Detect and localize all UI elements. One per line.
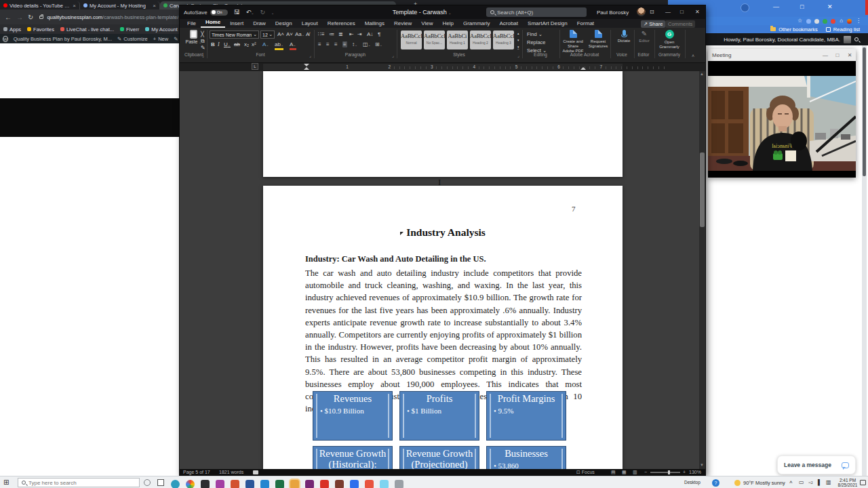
italic-icon[interactable]: I — [218, 41, 220, 47]
bookmark-item[interactable]: Fiverr — [120, 26, 139, 33]
ribbon-tab-review[interactable]: Review — [389, 20, 416, 28]
ribbon-tab-mailings[interactable]: Mailings — [360, 20, 389, 28]
reload-icon[interactable]: ↻ — [28, 14, 33, 21]
browser-profile-icon[interactable] — [741, 3, 749, 12]
smartart-box[interactable]: Revenues• $10.9 Billion — [313, 391, 393, 441]
speaker-tray-icon[interactable]: ◅ — [808, 479, 812, 485]
ribbon-tab-grammarly[interactable]: Grammarly — [458, 20, 495, 28]
right-indent-marker[interactable] — [580, 67, 586, 70]
document-page-2[interactable]: 7 Industry Analysis Industry: Car Wash a… — [263, 186, 623, 469]
word-titlebar[interactable]: AutoSave On 🖫 ↶⌄ ↻ ⌄ Template - Carwash … — [180, 5, 705, 19]
increase-indent-icon[interactable]: ⇥ — [357, 31, 362, 37]
comments-button[interactable]: Comments — [665, 20, 695, 28]
padlock-icon[interactable] — [39, 16, 43, 19]
howdy-greeting[interactable]: Howdy, Paul Borosky, Doctoral Candidate,… — [724, 37, 840, 43]
taskbar-app-icon[interactable] — [290, 480, 299, 488]
web-layout-icon[interactable]: ▥ — [633, 470, 637, 475]
forward-icon[interactable]: → — [16, 14, 23, 21]
extension-icon[interactable] — [814, 19, 819, 24]
taskbar-app-icon[interactable] — [380, 480, 389, 488]
task-view-icon[interactable] — [157, 479, 164, 486]
word-scrollbar-thumb[interactable] — [700, 152, 705, 227]
ribbon-tab-acrobat[interactable]: Acrobat — [494, 20, 523, 28]
save-icon[interactable]: 🖫 — [234, 9, 240, 16]
dialog-launcher-icon[interactable]: ⌟ — [392, 53, 394, 58]
wp-edit-button[interactable]: ✎E — [174, 36, 180, 42]
editing-find-button[interactable]: Find ⌄ — [527, 31, 542, 37]
numbering-icon[interactable]: ≔ — [329, 31, 334, 37]
action-center-icon[interactable] — [860, 480, 866, 485]
hanging-indent-marker[interactable] — [304, 67, 309, 70]
text-effects-icon[interactable]: A⌄ — [262, 41, 269, 48]
document-title[interactable]: Template - Carwash ⌄ — [393, 9, 452, 16]
network-tray-icon[interactable]: ▥ — [826, 479, 831, 485]
request-signatures-button[interactable]: RequestSignatures — [586, 30, 610, 49]
ribbon-tab-help[interactable]: Help — [437, 20, 458, 28]
editor-button[interactable]: ✎ Editor — [635, 30, 653, 43]
wp-customize-button[interactable]: ✎Customize — [117, 36, 148, 42]
extension-icon[interactable] — [806, 19, 811, 24]
wordpress-logo-icon[interactable]: W — [3, 36, 8, 42]
signed-in-user[interactable]: Paul Borosky — [597, 9, 629, 16]
tab-selector[interactable]: L — [252, 63, 258, 70]
decrease-indent-icon[interactable]: ⇤ — [349, 31, 354, 37]
page-scrollbar-thumb[interactable] — [863, 47, 866, 176]
read-mode-icon[interactable]: ▤ — [611, 470, 616, 475]
quick-access-customize-icon[interactable]: ⌄ — [271, 9, 274, 16]
smartart-box[interactable]: Profit Margins• 9.5% — [486, 391, 566, 441]
close-button[interactable]: ✕ — [827, 3, 833, 10]
browser-tab[interactable]: My Account - My Hosting× — [80, 1, 160, 9]
dialog-launcher-icon[interactable]: ⌟ — [202, 53, 204, 58]
bullets-icon[interactable]: ∷≡ — [318, 31, 325, 37]
taskbar-app-icon[interactable] — [186, 480, 195, 488]
collapse-ribbon-icon[interactable]: ˄ — [692, 54, 694, 58]
style-card[interactable]: AaBbCcLHeading 2 — [470, 30, 491, 49]
zoom-level[interactable]: 130% — [689, 470, 701, 474]
cortana-icon[interactable] — [144, 479, 151, 486]
justify-icon[interactable]: ≡ — [342, 41, 347, 47]
superscript-icon[interactable]: x² — [252, 41, 256, 47]
maximize-button[interactable]: □ — [680, 9, 684, 15]
smartart-box[interactable]: Revenue Growth(Historical): — [313, 446, 393, 469]
taskbar-app-icon[interactable] — [201, 480, 210, 488]
taskbar-app-icon[interactable] — [260, 480, 269, 488]
clear-formatting-icon[interactable]: A̸ — [306, 31, 309, 37]
ribbon-tab-home[interactable]: Home — [201, 18, 225, 28]
taskbar-app-icon[interactable] — [365, 480, 374, 488]
tab-close-icon[interactable]: × — [73, 3, 76, 9]
cut-icon[interactable]: ╳ — [201, 31, 204, 37]
ribbon-tab-draw[interactable]: Draw — [248, 20, 271, 28]
ribbon-tab-references[interactable]: References — [323, 20, 360, 28]
word-search-box[interactable]: Search (Alt+Q) — [486, 7, 587, 17]
bookmark-item[interactable]: Favorites — [27, 26, 54, 33]
smartart-box[interactable]: Revenue Growth(Projectioned) — [399, 446, 479, 469]
bookmark-item[interactable]: Apps — [3, 26, 21, 33]
bold-icon[interactable]: B — [211, 41, 215, 47]
help-icon[interactable]: ? — [712, 479, 719, 487]
close-button[interactable]: ✕ — [844, 52, 856, 58]
dialog-launcher-icon[interactable]: ⌟ — [517, 53, 519, 58]
taskbar-app-icon[interactable] — [335, 480, 344, 488]
style-card[interactable]: AaBbCiHeading 1 — [447, 30, 468, 49]
display-tray-icon[interactable]: ▭ — [799, 479, 804, 485]
maximize-button[interactable]: □ — [831, 52, 844, 58]
style-card[interactable]: AaBbCcINormal — [401, 30, 422, 49]
shrink-font-icon[interactable]: A˅ — [286, 31, 293, 37]
taskbar-clock[interactable]: 2:41 PM8/25/2021 — [837, 478, 859, 487]
style-card[interactable]: AaBbCcINo Spac... — [424, 30, 445, 49]
reading-list-button[interactable]: Reading list — [833, 26, 860, 33]
weather-widget[interactable]: 90°F Mostly sunny — [743, 480, 785, 486]
font-name-combo[interactable]: Times New Roman⌄ — [210, 30, 259, 39]
taskbar-app-icon[interactable] — [350, 480, 359, 488]
search-icon[interactable] — [854, 37, 859, 41]
font-size-combo[interactable]: 12⌄ — [260, 30, 275, 39]
open-grammarly-button[interactable]: G OpenGrammarly — [656, 30, 683, 49]
dialog-launcher-icon[interactable]: ⌟ — [309, 53, 311, 58]
maximize-button[interactable]: □ — [800, 3, 804, 10]
taskbar-app-icon[interactable] — [305, 480, 314, 488]
borders-icon[interactable]: ⊞⌄ — [375, 41, 382, 48]
desktop-toolbar-label[interactable]: Desktop — [684, 480, 701, 485]
other-bookmarks-button[interactable]: Other bookmarks — [778, 26, 818, 33]
align-right-icon[interactable]: ≡ — [334, 41, 338, 47]
font-color-icon[interactable]: A⌄ — [290, 41, 296, 50]
